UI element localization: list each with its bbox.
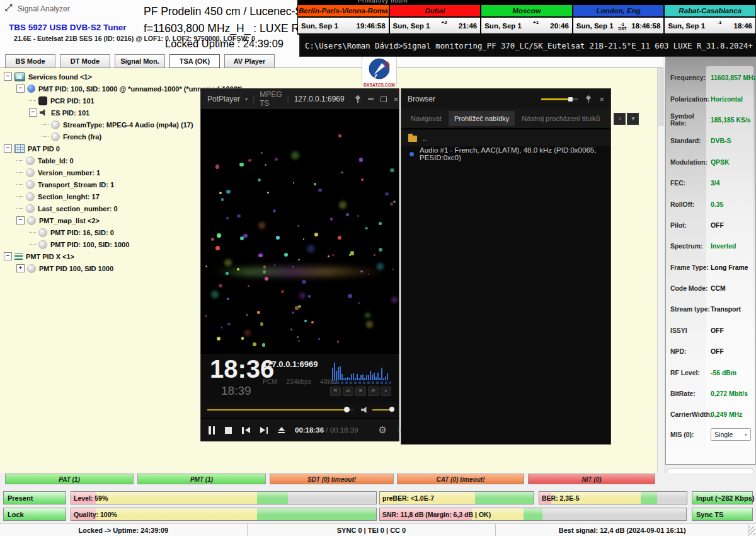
- volume-icon[interactable]: [361, 407, 368, 413]
- viz-dot: [357, 215, 359, 217]
- tab-signal-mon-[interactable]: Signal Mon.: [115, 54, 165, 68]
- mini-button-4[interactable]: ⟳: [368, 387, 379, 396]
- next-button[interactable]: [260, 427, 268, 434]
- seek-row: [201, 402, 399, 418]
- transponder-value: 185,185 KS/s: [711, 117, 751, 124]
- previous-button[interactable]: [242, 427, 250, 434]
- transponder-label: Code Mode:: [666, 285, 711, 292]
- tab-av-player[interactable]: AV Player: [224, 54, 275, 68]
- viz-dot: [217, 233, 220, 237]
- folder-up-row[interactable]: ..: [401, 130, 610, 146]
- viz-dot: [224, 259, 231, 266]
- volume-handle[interactable]: [389, 407, 394, 412]
- tab-dt-mode[interactable]: DT Mode: [60, 54, 110, 68]
- transponder-row: Frame Type:Long Frame: [666, 257, 755, 278]
- transponder-row: Frequency:11603,857 MHz: [666, 67, 755, 88]
- tree-item[interactable]: −Services found <1>: [4, 71, 243, 83]
- viz-dot: [284, 253, 288, 257]
- minimize-icon[interactable]: [368, 98, 374, 100]
- pause-button[interactable]: [209, 426, 215, 434]
- mis-dropdown[interactable]: Single ▾: [711, 428, 751, 441]
- browser-title: Browser: [408, 95, 435, 103]
- viz-dot: [304, 320, 307, 322]
- input-label: Input (~282 Kbps): [692, 494, 755, 502]
- mode-tabs: BS ModeDT ModeSignal Mon.TSA (OK)AV Play…: [5, 54, 275, 68]
- tab-bs-mode[interactable]: BS Mode: [5, 54, 55, 68]
- potplayer-app-name[interactable]: PotPlayer: [207, 95, 240, 103]
- seek-handle[interactable]: [344, 407, 350, 412]
- mini-button-1[interactable]: R: [330, 387, 341, 396]
- viz-dot: [291, 151, 299, 160]
- transponder-value: 0,249 MHz: [711, 411, 742, 418]
- tree-connector: [29, 100, 36, 101]
- mini-button-5[interactable]: ×: [381, 387, 391, 396]
- codec-label: MPEG TS: [260, 90, 282, 108]
- chevron-down-icon[interactable]: ▾: [245, 96, 248, 102]
- viz-dot: [346, 213, 349, 216]
- clock-cell: DubaiSun, Sep 1+221:46: [390, 5, 481, 33]
- command-prompt-window[interactable]: C:\Users\Roman Dávid>Signal monitoring_P…: [299, 35, 756, 57]
- browser-next-button[interactable]: ›: [614, 113, 626, 125]
- segment-cat: CAT (0) timeout!: [397, 474, 524, 484]
- tree-item-label: PMT PID 100, SID 1000: [39, 265, 113, 272]
- resize-grip[interactable]: [749, 527, 755, 535]
- viz-dot: [348, 294, 352, 298]
- scrollbar-thumb[interactable]: [658, 69, 664, 126]
- browser-dropdown-button[interactable]: ▾: [627, 113, 639, 125]
- close-icon[interactable]: ×: [394, 95, 399, 103]
- viz-dot: [211, 238, 214, 241]
- viz-dot: [338, 236, 341, 240]
- tree-expander[interactable]: −: [4, 144, 12, 153]
- pin-icon[interactable]: [585, 96, 592, 103]
- stop-button[interactable]: [225, 427, 232, 434]
- tree-expander[interactable]: −: [4, 252, 12, 260]
- viz-dot: [258, 178, 260, 181]
- snr-meter: SNR: 11,8 dB (Margin: 6,3 dB | OK): [379, 508, 687, 521]
- audio-visualization-area[interactable]: [201, 109, 399, 354]
- transponder-label: Polarization:: [666, 96, 711, 103]
- potplayer-info-panel: 18:36 18:39 127.0.0.1:6969 PCM 224kbps 4…: [201, 354, 399, 402]
- viz-dot: [275, 158, 278, 161]
- tree-expander[interactable]: −: [4, 73, 12, 81]
- tab-tsa-ok-[interactable]: TSA (OK): [169, 54, 220, 68]
- transponder-row: Symbol Rate:185,185 KS/s: [666, 110, 755, 131]
- browser-tab-3[interactable]: Nástroj procházení titulků: [516, 111, 605, 126]
- viz-dot: [379, 222, 382, 225]
- bullet-sphere-icon: [51, 132, 60, 141]
- tree-expander[interactable]: +: [16, 264, 25, 272]
- open-eject-button[interactable]: [278, 427, 285, 433]
- browser-tab-2[interactable]: Prohlížeč nabídky: [449, 111, 515, 126]
- tree-scrollbar[interactable]: [657, 68, 665, 474]
- tree-item-label: PAT PID 0: [28, 145, 60, 153]
- transponder-label: RollOff:: [666, 201, 711, 208]
- transponder-panel: Transponder (A0) [ds] Frequency:11603,85…: [665, 49, 756, 465]
- transponder-label: Frame Type:: [666, 264, 711, 271]
- transponder-value: Transport: [711, 306, 741, 313]
- browser-titlebar[interactable]: Browser ×: [401, 89, 610, 109]
- viz-dot: [292, 312, 294, 314]
- settings-gear-icon[interactable]: ⚙: [378, 424, 386, 436]
- browser-mini-slider[interactable]: [541, 98, 578, 100]
- browser-tabs: NavigovatProhlížeč nabídkyNástroj prochá…: [401, 109, 610, 129]
- transponder-row: NPD:OFF: [666, 341, 755, 362]
- pin-icon[interactable]: [355, 96, 361, 103]
- sync-indicator: Sync TS: [692, 508, 753, 521]
- browser-tab-1[interactable]: Navigovat: [405, 111, 447, 126]
- viz-dot: [244, 330, 251, 336]
- close-icon[interactable]: ×: [599, 95, 604, 103]
- seek-slider[interactable]: [207, 409, 353, 411]
- audio-track-item[interactable]: Audio #1 - French, AAC(LATM), 48.0 kHz (…: [401, 146, 610, 161]
- tree-item-label: Services found <1>: [28, 73, 92, 81]
- tree-expander[interactable]: −: [16, 84, 25, 93]
- browser-tab-4[interactable]: Online: [607, 111, 612, 126]
- maximize-icon[interactable]: [381, 96, 387, 102]
- mini-button-2[interactable]: ⇄: [343, 387, 353, 396]
- viz-dot: [365, 313, 370, 318]
- mini-button-3[interactable]: B: [355, 387, 366, 396]
- tree-expander[interactable]: −: [29, 108, 37, 117]
- potplayer-titlebar[interactable]: PotPlayer ▾ | MPEG TS | 127.0.0.1:6969 ×: [201, 89, 399, 109]
- tree-connector: [16, 160, 23, 161]
- clock-city-header: Moscow: [481, 5, 572, 16]
- viz-dot: [350, 251, 354, 255]
- tree-expander[interactable]: −: [16, 216, 25, 224]
